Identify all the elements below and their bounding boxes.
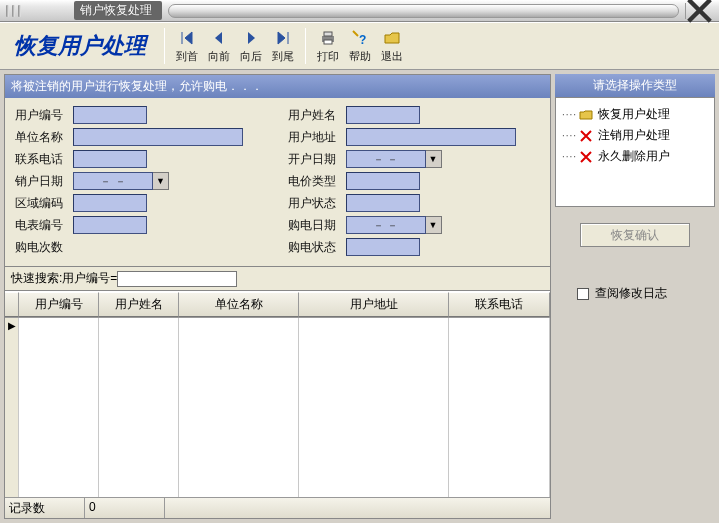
address-input[interactable] <box>346 128 516 146</box>
title-bar: 销户恢复处理 <box>0 0 719 22</box>
result-grid: 用户编号 用户姓名 单位名称 用户地址 联系电话 ▶ 记录数 0 <box>5 291 550 518</box>
side-panel-title: 请选择操作类型 <box>555 74 715 97</box>
window-title: 销户恢复处理 <box>74 1 162 20</box>
printer-icon <box>319 29 337 47</box>
quick-search-input[interactable] <box>117 271 237 287</box>
cancel-date-dropdown[interactable]: ▼ <box>153 172 169 190</box>
row-marker-icon: ▶ <box>5 318 18 331</box>
op-restore-user[interactable]: ···· 恢复用户处理 <box>560 104 710 125</box>
delete-x-icon <box>580 151 592 163</box>
confirm-restore-button[interactable]: 恢复确认 <box>580 223 690 247</box>
description-band: 将被注销的用户进行恢复处理，允许购电．．． <box>5 75 550 98</box>
nav-prev-icon <box>210 29 228 47</box>
print-label: 打印 <box>316 49 340 64</box>
col-unit-name[interactable]: 单位名称 <box>179 292 299 317</box>
label-buy-date: 购电日期 <box>288 217 346 234</box>
op-cancel-user[interactable]: ···· 注销用户处理 <box>560 125 710 146</box>
help-button[interactable]: ? 帮助 <box>344 26 376 66</box>
separator <box>305 28 306 64</box>
label-cancel-date: 销户日期 <box>15 173 73 190</box>
col-user-name[interactable]: 用户姓名 <box>99 292 179 317</box>
label-meter-id: 电表编号 <box>15 217 73 234</box>
area-code-input[interactable] <box>73 194 147 212</box>
close-button[interactable] <box>685 3 713 19</box>
label-area-code: 区域编码 <box>15 195 73 212</box>
exit-button[interactable]: 退出 <box>376 26 408 66</box>
titlebar-spacer <box>168 4 679 18</box>
toolbar: 恢复用户处理 到首 向前 向后 到尾 打印 ? 帮助 退出 <box>0 22 719 70</box>
nav-next-icon <box>242 29 260 47</box>
svg-text:?: ? <box>359 33 366 47</box>
meter-id-input[interactable] <box>73 216 147 234</box>
print-button[interactable]: 打印 <box>312 26 344 66</box>
side-panel: 请选择操作类型 ···· 恢复用户处理 ···· 注销用户处理 ···· 永久删… <box>555 74 715 519</box>
op-permanent-delete[interactable]: ···· 永久删除用户 <box>560 146 710 167</box>
label-user-name: 用户姓名 <box>288 107 346 124</box>
label-user-id: 用户编号 <box>15 107 73 124</box>
review-log-label: 查阅修改日志 <box>595 285 667 302</box>
grid-header: 用户编号 用户姓名 单位名称 用户地址 联系电话 <box>5 292 550 318</box>
nav-last-button[interactable]: 到尾 <box>267 26 299 66</box>
unit-name-input[interactable] <box>73 128 243 146</box>
grid-corner <box>5 292 19 317</box>
nav-first-button[interactable]: 到首 <box>171 26 203 66</box>
record-count-label: 记录数 <box>5 498 85 518</box>
review-log-checkbox[interactable]: 查阅修改日志 <box>577 285 715 302</box>
nav-prev-button[interactable]: 向前 <box>203 26 235 66</box>
titlebar-grip <box>0 4 70 18</box>
price-type-input[interactable] <box>346 172 420 190</box>
main-panel: 将被注销的用户进行恢复处理，允许购电．．． 用户编号 单位名称 联系电话 销户日… <box>4 74 551 519</box>
folder-open-icon <box>579 109 593 121</box>
label-address: 用户地址 <box>288 129 346 146</box>
svg-rect-2 <box>324 40 332 44</box>
col-phone[interactable]: 联系电话 <box>449 292 550 317</box>
label-unit-name: 单位名称 <box>15 129 73 146</box>
help-icon: ? <box>351 29 369 47</box>
user-name-input[interactable] <box>346 106 420 124</box>
op-restore-label: 恢复用户处理 <box>598 106 670 123</box>
label-user-status: 用户状态 <box>288 195 346 212</box>
open-date-input[interactable]: － － <box>346 150 426 168</box>
col-address[interactable]: 用户地址 <box>299 292 449 317</box>
folder-exit-icon <box>383 29 401 47</box>
record-count-value: 0 <box>85 498 165 518</box>
user-status-input[interactable] <box>346 194 420 212</box>
cancel-date-input[interactable]: － － <box>73 172 153 190</box>
nav-next-button[interactable]: 向后 <box>235 26 267 66</box>
app-title: 恢复用户处理 <box>10 31 158 61</box>
checkbox-icon <box>577 288 589 300</box>
exit-label: 退出 <box>380 49 404 64</box>
label-buy-status: 购电状态 <box>288 239 346 256</box>
form-area: 用户编号 单位名称 联系电话 销户日期 － －▼ 区域编码 电表编号 购电次数 … <box>5 98 550 266</box>
label-buy-count: 购电次数 <box>15 239 73 256</box>
separator <box>164 28 165 64</box>
col-user-id[interactable]: 用户编号 <box>19 292 99 317</box>
user-id-input[interactable] <box>73 106 147 124</box>
nav-next-label: 向后 <box>239 49 263 64</box>
quick-search-label: 快速搜索:用户编号= <box>11 270 117 287</box>
nav-first-icon <box>178 29 196 47</box>
help-label: 帮助 <box>348 49 372 64</box>
grid-body[interactable]: ▶ <box>5 318 550 497</box>
nav-last-icon <box>274 29 292 47</box>
label-open-date: 开户日期 <box>288 151 346 168</box>
grid-footer: 记录数 0 <box>5 497 550 518</box>
label-phone: 联系电话 <box>15 151 73 168</box>
buy-status-input[interactable] <box>346 238 420 256</box>
buy-date-input[interactable]: － － <box>346 216 426 234</box>
svg-rect-1 <box>324 32 332 36</box>
nav-last-label: 到尾 <box>271 49 295 64</box>
nav-first-label: 到首 <box>175 49 199 64</box>
label-price-type: 电价类型 <box>288 173 346 190</box>
op-delete-label: 永久删除用户 <box>598 148 670 165</box>
close-icon <box>686 0 713 24</box>
quick-search-bar: 快速搜索:用户编号= <box>5 266 550 291</box>
open-date-dropdown[interactable]: ▼ <box>426 150 442 168</box>
op-cancel-label: 注销用户处理 <box>598 127 670 144</box>
nav-prev-label: 向前 <box>207 49 231 64</box>
phone-input[interactable] <box>73 150 147 168</box>
delete-x-icon <box>580 130 592 142</box>
buy-date-dropdown[interactable]: ▼ <box>426 216 442 234</box>
operation-list: ···· 恢复用户处理 ···· 注销用户处理 ···· 永久删除用户 <box>555 97 715 207</box>
